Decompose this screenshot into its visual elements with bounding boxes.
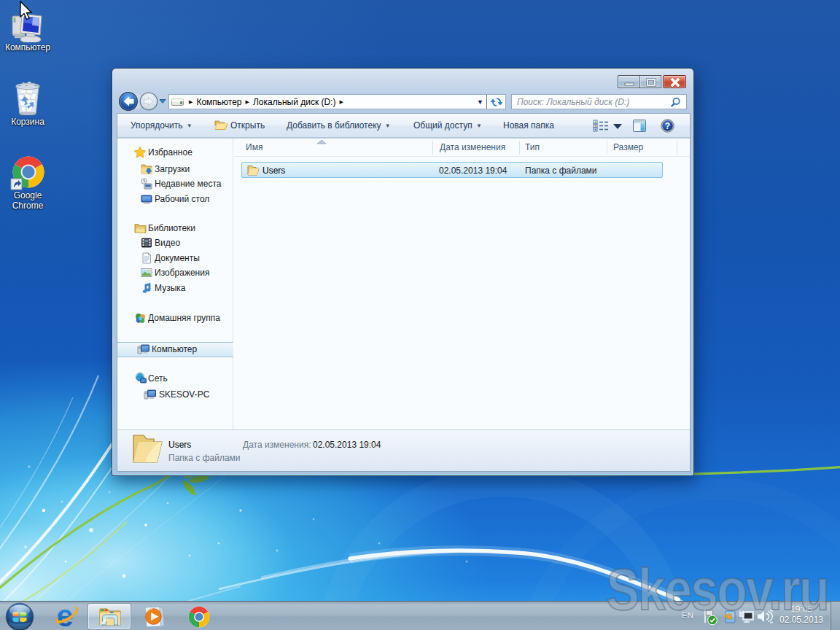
svg-text:?: ? <box>665 121 670 131</box>
